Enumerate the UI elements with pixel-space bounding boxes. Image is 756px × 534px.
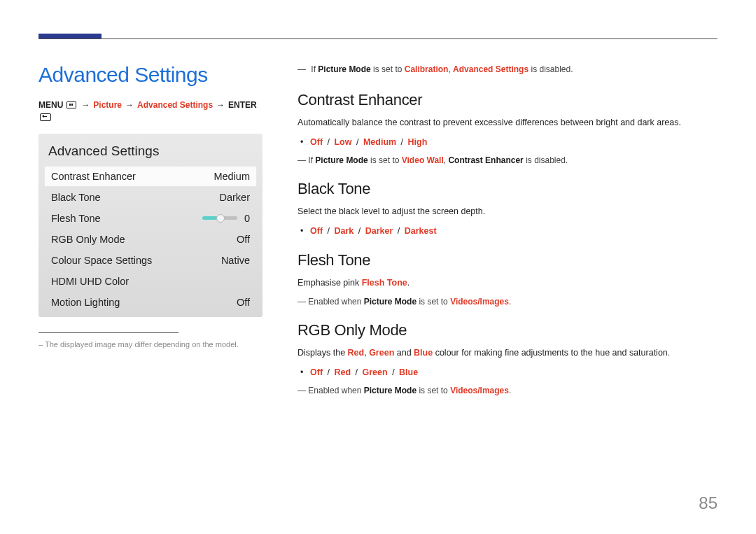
text: Emphasise pink	[298, 278, 362, 288]
note-text: is set to	[371, 64, 405, 74]
flesh-note: ― Enabled when Picture Mode is set to Vi…	[298, 295, 718, 309]
note-term: Videos/Images	[450, 386, 509, 395]
heading-flesh-tone: Flesh Tone	[298, 251, 718, 269]
osd-label: Contrast Enhancer	[51, 171, 136, 182]
sep: /	[354, 137, 360, 147]
note-term: Picture Mode	[315, 155, 368, 165]
arrow-icon: →	[81, 99, 90, 111]
term: Flesh Tone	[362, 278, 407, 288]
osd-label: Flesh Tone	[51, 213, 101, 224]
note-text: is set to	[416, 297, 450, 307]
slider-icon[interactable]	[202, 216, 237, 220]
text: .	[407, 278, 410, 288]
note-text: Enabled when	[308, 386, 363, 395]
osd-row-flesh-tone[interactable]: Flesh Tone 0	[44, 208, 257, 229]
note-dash-icon: ―	[298, 63, 309, 76]
term: Red	[348, 348, 365, 358]
page-title: Advanced Settings	[38, 63, 262, 87]
term: Blue	[414, 348, 433, 358]
note-dash-icon: ―	[298, 155, 306, 165]
opt: Green	[363, 367, 388, 377]
term: Green	[369, 348, 394, 358]
enter-icon	[40, 113, 51, 121]
osd-value: Off	[237, 297, 250, 308]
note-term: Advanced Settings	[453, 64, 528, 74]
osd-row-rgb-only[interactable]: RGB Only Mode Off	[44, 229, 257, 250]
note-term: Picture Mode	[318, 64, 370, 74]
caption-text: The displayed image may differ depending…	[45, 340, 239, 349]
note-text: If	[311, 64, 318, 74]
text: and	[394, 348, 414, 358]
opt: Blue	[399, 367, 418, 377]
arrow-icon: →	[216, 99, 225, 111]
osd-label: HDMI UHD Color	[51, 276, 129, 287]
opt: High	[408, 137, 428, 147]
sep: /	[398, 137, 405, 147]
menu-icon	[66, 101, 76, 108]
sep: /	[390, 367, 397, 377]
breadcrumb-advanced: Advanced Settings	[137, 99, 213, 111]
rgb-note: ― Enabled when Picture Mode is set to Vi…	[298, 384, 718, 398]
breadcrumb-enter: ENTER	[228, 99, 257, 111]
osd-label: Black Tone	[51, 192, 101, 203]
note-term: Calibration	[405, 64, 449, 74]
opt: Low	[334, 137, 351, 147]
opt: Off	[310, 137, 323, 147]
opt: Red	[334, 367, 351, 377]
breadcrumb: MENU → Picture → Advanced Settings → ENT…	[38, 99, 262, 121]
rgb-desc: Displays the Red, Green and Blue colour …	[298, 346, 718, 360]
note-term: Video Wall	[402, 155, 444, 165]
note-term: Videos/Images	[450, 297, 509, 307]
osd-row-hdmi-uhd[interactable]: HDMI UHD Color	[44, 271, 257, 292]
rgb-options: Off / Red / Green / Blue	[310, 365, 718, 380]
osd-value: Native	[221, 255, 250, 266]
note-term: Picture Mode	[364, 386, 416, 395]
contrast-desc: Automatically balance the contrast to pr…	[298, 116, 718, 129]
osd-label: RGB Only Mode	[51, 234, 125, 245]
osd-label: Motion Lighting	[51, 297, 120, 308]
heading-black-tone: Black Tone	[298, 180, 718, 198]
arrow-icon: →	[125, 99, 134, 111]
black-desc: Select the black level to adjust the scr…	[298, 205, 718, 218]
opt: Darkest	[405, 226, 437, 236]
contrast-note: ― If Picture Mode is set to Video Wall, …	[298, 154, 718, 167]
osd-value: 0	[244, 213, 250, 224]
opt: Darker	[365, 226, 393, 236]
sep: /	[356, 226, 363, 236]
osd-title: Advanced Settings	[44, 141, 257, 166]
text: colour for making fine adjustments to th…	[433, 348, 670, 358]
osd-slider-wrap: 0	[202, 213, 250, 224]
osd-row-contrast-enhancer[interactable]: Contrast Enhancer Medium	[44, 166, 257, 187]
note-text: .	[509, 297, 511, 307]
black-options: Off / Dark / Darker / Darkest	[310, 224, 718, 239]
osd-row-colour-space[interactable]: Colour Space Settings Native	[44, 250, 257, 271]
text: Displays the	[298, 348, 348, 358]
osd-value: Medium	[214, 171, 250, 182]
heading-contrast-enhancer: Contrast Enhancer	[298, 91, 718, 109]
sep: /	[395, 226, 402, 236]
image-caption: – The displayed image may differ dependi…	[38, 340, 262, 349]
note-text: is set to	[416, 386, 450, 395]
sep: /	[325, 367, 332, 377]
opt: Off	[310, 367, 323, 377]
opt: Medium	[363, 137, 396, 147]
osd-row-motion-lighting[interactable]: Motion Lighting Off	[44, 292, 257, 313]
osd-value: Darker	[219, 192, 250, 203]
sep: /	[353, 367, 360, 377]
flesh-desc: Emphasise pink Flesh Tone.	[298, 276, 718, 290]
opt: Dark	[334, 226, 354, 236]
page-top-rule	[38, 38, 718, 39]
note-text: Enabled when	[308, 297, 363, 307]
opt: Off	[310, 226, 323, 236]
breadcrumb-picture: Picture	[93, 99, 122, 111]
note-text: is disabled.	[524, 155, 568, 165]
note-text: is disabled.	[528, 64, 573, 74]
osd-row-black-tone[interactable]: Black Tone Darker	[44, 187, 257, 208]
sep: /	[325, 226, 332, 236]
note-dash-icon: ―	[298, 297, 306, 307]
note-dash-icon: ―	[298, 386, 306, 395]
sep: /	[325, 137, 332, 147]
caption-rule	[38, 332, 178, 333]
note-term: Contrast Enhancer	[448, 155, 523, 165]
note-term: Picture Mode	[364, 297, 416, 307]
